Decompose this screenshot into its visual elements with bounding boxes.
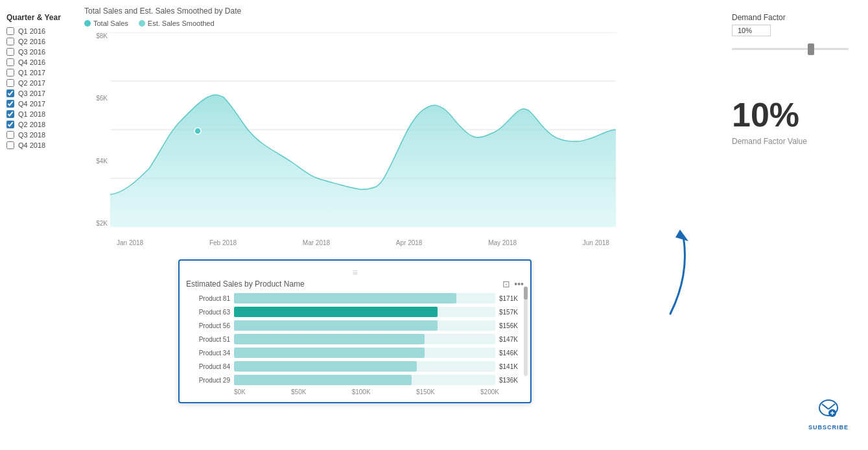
bar-chart-popup: ≡ Estimated Sales by Product Name ⊡ ••• … [178, 259, 532, 403]
bar-x-150k: $150K [416, 388, 435, 396]
bar-row[interactable]: Product 34$146K [186, 348, 524, 358]
x-label-jun: Jun 2018 [583, 239, 609, 246]
filter-checkbox[interactable] [6, 121, 14, 128]
demand-factor-big-value: 10% [732, 95, 799, 134]
svg-line-7 [822, 404, 828, 409]
bar-track [234, 320, 495, 331]
bar-value: $136K [499, 377, 524, 384]
bar-product-label: Product 81 [186, 295, 230, 302]
bar-row[interactable]: Product 84$141K [186, 361, 524, 372]
bar-scrollbar[interactable] [524, 287, 528, 376]
subscribe-label: SUBSCRIBE [808, 424, 849, 431]
expand-icon[interactable]: ⊡ [502, 279, 510, 289]
filter-label: Q4 2018 [18, 141, 45, 149]
filter-item: Q1 2018 [6, 110, 71, 118]
x-label-jan: Jan 2018 [117, 239, 143, 246]
filter-checkbox[interactable] [6, 89, 14, 97]
bar-chart-icons: ⊡ ••• [502, 279, 524, 289]
filter-label: Q2 2017 [18, 79, 45, 87]
filter-checkbox[interactable] [6, 69, 14, 77]
filter-label: Q1 2016 [18, 27, 45, 35]
x-label-mar: Mar 2018 [303, 239, 330, 246]
filter-item: Q4 2017 [6, 100, 71, 108]
more-icon[interactable]: ••• [514, 279, 524, 289]
filter-checkbox[interactable] [6, 79, 14, 87]
filter-checkbox[interactable] [6, 110, 14, 118]
bar-x-100k: $100K [352, 388, 371, 396]
filter-label: Q4 2017 [18, 100, 45, 108]
filter-item: Q2 2017 [6, 79, 71, 87]
bar-product-label: Product 56 [186, 322, 230, 329]
bar-fill [234, 293, 456, 303]
bar-row[interactable]: Product 51$147K [186, 334, 524, 344]
demand-factor-input[interactable]: 10% [732, 25, 771, 36]
filter-item: Q4 2016 [6, 58, 71, 66]
bar-chart-title: Estimated Sales by Product Name [186, 279, 305, 289]
bar-product-label: Product 29 [186, 377, 230, 384]
x-axis: Jan 2018 Feb 2018 Mar 2018 Apr 2018 May … [110, 239, 616, 246]
bar-scrollbar-thumb[interactable] [524, 287, 528, 300]
filter-list: Q1 2016Q2 2016Q3 2016Q4 2016Q1 2017Q2 20… [6, 27, 71, 149]
bar-track [234, 361, 495, 372]
bar-fill [234, 348, 425, 358]
bar-row[interactable]: Product 63$157K [186, 307, 524, 317]
sidebar-title: Quarter & Year [6, 13, 71, 22]
slider-thumb[interactable] [808, 43, 814, 55]
bar-product-label: Product 63 [186, 309, 230, 316]
bar-value: $157K [499, 309, 524, 316]
filter-checkbox[interactable] [6, 38, 14, 45]
legend-label-est-smoothed: Est. Sales Smoothed [148, 19, 215, 27]
slider-track[interactable] [732, 48, 849, 50]
filter-label: Q3 2016 [18, 48, 45, 56]
arrow-annotation [612, 223, 703, 320]
bar-track [234, 334, 495, 344]
bar-track [234, 375, 495, 385]
filter-checkbox[interactable] [6, 58, 14, 66]
bar-value: $147K [499, 336, 524, 343]
filter-item: Q2 2016 [6, 38, 71, 45]
filter-checkbox[interactable] [6, 131, 14, 139]
area-chart-svg [110, 32, 616, 227]
bar-value: $156K [499, 322, 524, 329]
bar-product-label: Product 34 [186, 349, 230, 357]
chart-legend: Total Sales Est. Sales Smoothed [84, 19, 712, 27]
x-label-apr: Apr 2018 [396, 239, 423, 246]
legend-dot-total-sales [84, 20, 91, 27]
filter-checkbox[interactable] [6, 27, 14, 35]
filter-label: Q1 2017 [18, 69, 45, 77]
bar-value: $146K [499, 349, 524, 357]
subscribe-area[interactable]: SUBSCRIBE [808, 399, 849, 431]
bar-fill [234, 334, 425, 344]
sidebar: Quarter & Year Q1 2016Q2 2016Q3 2016Q4 2… [0, 0, 78, 450]
svg-point-4 [194, 128, 201, 134]
bar-row[interactable]: Product 81$171K [186, 293, 524, 303]
bar-track [234, 348, 495, 358]
svg-line-8 [828, 404, 835, 409]
x-label-may: May 2018 [488, 239, 517, 246]
bar-value: $171K [499, 295, 524, 302]
bar-value: $141K [499, 363, 524, 370]
chart-title: Total Sales and Est. Sales Smoothed by D… [84, 6, 712, 16]
bar-fill [234, 361, 417, 372]
filter-checkbox[interactable] [6, 48, 14, 56]
bar-fill [234, 375, 412, 385]
bar-fill [234, 320, 438, 331]
filter-label: Q3 2017 [18, 89, 45, 97]
main-container: Quarter & Year Q1 2016Q2 2016Q3 2016Q4 2… [0, 0, 868, 450]
bar-x-50k: $50K [291, 388, 306, 396]
bar-track [234, 293, 495, 303]
y-label-4k: $4K [96, 158, 108, 165]
x-label-feb: Feb 2018 [209, 239, 237, 246]
bar-product-label: Product 51 [186, 336, 230, 343]
filter-item: Q1 2017 [6, 69, 71, 77]
y-axis: $2K $4K $6K $8K [84, 32, 110, 227]
bar-row[interactable]: Product 56$156K [186, 320, 524, 331]
legend-label-total-sales: Total Sales [93, 19, 128, 27]
filter-checkbox[interactable] [6, 100, 14, 108]
filter-label: Q3 2018 [18, 131, 45, 139]
bar-row[interactable]: Product 29$136K [186, 375, 524, 385]
filter-checkbox[interactable] [6, 141, 14, 149]
drag-handle: ≡ [186, 267, 524, 278]
bar-fill [234, 307, 438, 317]
area-chart-container: $2K $4K $6K $8K [84, 32, 616, 246]
